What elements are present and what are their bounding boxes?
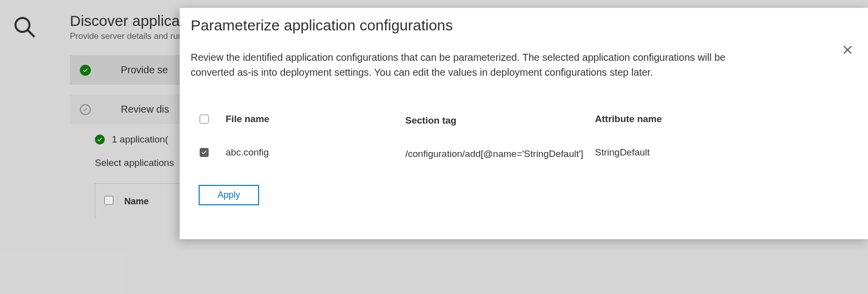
modal-title: Parameterize application configurations — [191, 17, 849, 34]
apply-button[interactable]: Apply — [199, 185, 259, 205]
row-checkbox-checked[interactable] — [200, 148, 209, 157]
close-button[interactable] — [842, 44, 853, 58]
config-table-header: File name Section tag Attribute name — [191, 110, 849, 143]
select-all-cell — [191, 114, 226, 126]
row-checkbox-cell — [191, 147, 226, 157]
select-all-configs-checkbox[interactable] — [200, 115, 209, 124]
parameterize-modal: Parameterize application configurations … — [180, 8, 868, 239]
config-table-row: abc.config /configuration/add[@name='Str… — [191, 143, 849, 165]
header-file-name: File name — [226, 114, 405, 125]
header-section-tag: Section tag — [405, 114, 595, 128]
modal-description: Review the identified application config… — [191, 50, 740, 80]
header-attribute-name: Attribute name — [595, 114, 745, 125]
cell-section-tag: /configuration/add[@name='StringDefault'… — [405, 147, 595, 161]
cell-attribute-name: StringDefault — [595, 147, 745, 158]
cell-file-name: abc.config — [226, 147, 405, 158]
config-table: File name Section tag Attribute name abc… — [191, 110, 849, 165]
